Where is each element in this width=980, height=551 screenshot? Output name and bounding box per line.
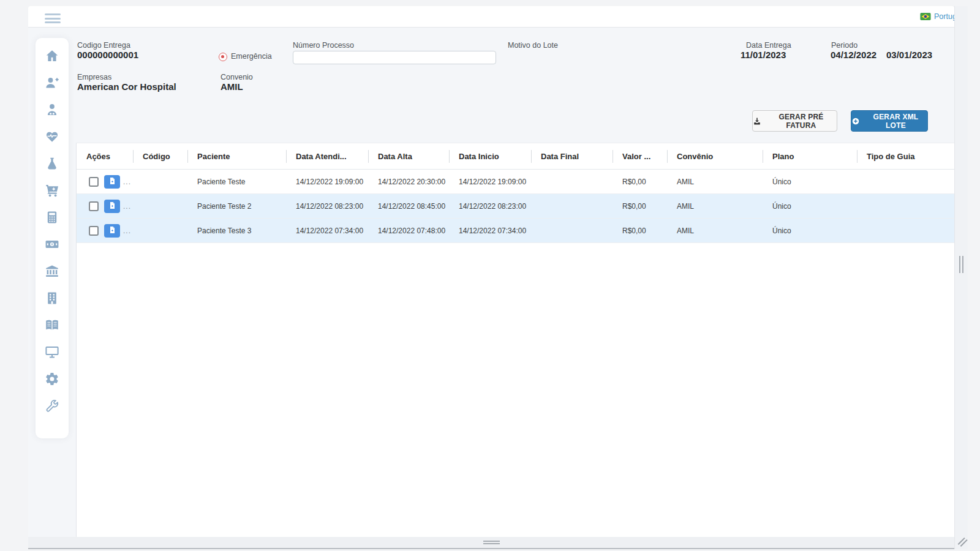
- cell-convenio: AMIL: [667, 194, 763, 218]
- sidebar-item-home[interactable]: [45, 48, 59, 63]
- cell-tipo-de-guia: [857, 170, 954, 193]
- column-header-data-atendi[interactable]: Data Atendi...: [286, 143, 368, 169]
- cell-tipo-de-guia: [857, 219, 954, 242]
- vertical-drag-handle-icon[interactable]: [959, 256, 963, 273]
- brazil-flag-icon: [920, 13, 931, 20]
- empresas-label: Empresas: [77, 73, 111, 81]
- gerar-pre-fatura-label: GERAR PRÉ FATURA: [766, 113, 837, 130]
- column-header-tipo-de-guia[interactable]: Tipo de Guia: [857, 143, 954, 169]
- column-header-código[interactable]: Código: [133, 143, 187, 169]
- cell-paciente: Paciente Teste 3: [187, 219, 286, 242]
- open-guia-button[interactable]: [104, 224, 120, 238]
- actions-overflow: ...: [123, 227, 131, 235]
- lote-guias-table: AçõesCódigoPacienteData Atendi...Data Al…: [76, 143, 954, 537]
- actions-overflow: ...: [123, 202, 131, 211]
- money-bill-icon: [45, 237, 59, 252]
- book-open-icon: [45, 318, 59, 332]
- cell-paciente: Paciente Teste: [187, 170, 286, 193]
- row-select-checkbox[interactable]: [89, 201, 99, 211]
- column-header-ações[interactable]: Ações: [77, 143, 133, 169]
- cell-plano: Único: [763, 219, 857, 242]
- table-row: ...Paciente Teste 214/12/2022 08:23:0014…: [77, 194, 954, 219]
- user-plus-icon: [45, 75, 59, 90]
- app-window: Português Codigo Entrega 000000000001 Em…: [28, 6, 968, 549]
- cell-tipo-de-guia: [857, 194, 954, 218]
- desktop-icon: [45, 345, 59, 359]
- file-plus-icon: [108, 201, 116, 212]
- cell-data-final: [531, 170, 612, 193]
- open-guia-button[interactable]: [104, 200, 120, 213]
- language-label: Português: [934, 12, 954, 21]
- horizontal-drag-handle-icon[interactable]: [483, 541, 500, 545]
- cell-data-inicio: 14/12/2022 08:23:00: [449, 194, 531, 218]
- row-select-checkbox[interactable]: [89, 226, 99, 236]
- cell-data-atendimento: 14/12/2022 08:23:00: [286, 194, 368, 218]
- column-header-valor[interactable]: Valor ...: [612, 143, 667, 169]
- home-icon: [45, 48, 59, 63]
- sidebar-item-tools[interactable]: [45, 399, 59, 413]
- cart-plus-icon: [45, 183, 59, 198]
- hamburger-menu-icon[interactable]: [45, 13, 61, 26]
- column-header-convênio[interactable]: Convênio: [667, 143, 763, 169]
- column-header-paciente[interactable]: Paciente: [187, 143, 286, 169]
- cell-codigo: [133, 219, 187, 242]
- cell-data-alta: 14/12/2022 20:30:00: [368, 170, 449, 193]
- sidebar-item-lab[interactable]: [45, 156, 59, 171]
- cell-data-atendimento: 14/12/2022 07:34:00: [286, 219, 368, 242]
- cell-acoes: ...: [77, 170, 133, 193]
- emergencia-radio[interactable]: [219, 53, 227, 61]
- file-plus-icon: [108, 225, 116, 236]
- convenio-label: Convenio: [221, 73, 253, 81]
- cell-plano: Único: [763, 170, 857, 193]
- sidebar-item-health[interactable]: [45, 129, 59, 144]
- column-header-data-alta[interactable]: Data Alta: [368, 143, 449, 169]
- cell-data-inicio: 14/12/2022 19:09:00: [449, 170, 531, 193]
- cell-plano: Único: [763, 194, 857, 218]
- codigo-entrega-label: Codigo Entrega: [77, 41, 130, 50]
- cell-data-atendimento: 14/12/2022 19:09:00: [286, 170, 368, 193]
- sidebar-item-add-user[interactable]: [45, 75, 59, 90]
- column-header-data-final[interactable]: Data Final: [531, 143, 612, 169]
- column-header-data-inicio[interactable]: Data Inicio: [449, 143, 531, 169]
- actions-overflow: ...: [123, 178, 131, 186]
- periodo-start-value: 04/12/2022: [831, 50, 876, 60]
- flask-icon: [45, 156, 59, 171]
- data-entrega-value: 11/01/2023: [741, 50, 786, 60]
- sidebar-item-finance[interactable]: [45, 237, 59, 252]
- download-icon: [753, 117, 761, 126]
- cell-codigo: [133, 170, 187, 193]
- codigo-entrega-value: 000000000001: [77, 50, 138, 60]
- corner-resize-handle-icon[interactable]: [957, 538, 967, 546]
- sidebar-item-purchases[interactable]: [45, 183, 59, 198]
- row-select-checkbox[interactable]: [89, 177, 99, 187]
- user-badge-icon: [45, 102, 59, 117]
- sidebar-item-monitor[interactable]: [45, 345, 59, 359]
- column-header-plano[interactable]: Plano: [763, 143, 857, 169]
- sidebar-item-settings[interactable]: [45, 372, 59, 386]
- cell-valor: R$0,00: [612, 170, 667, 193]
- sidebar-item-billing[interactable]: [45, 210, 59, 225]
- sidebar-item-bank[interactable]: [45, 264, 59, 279]
- table-row: ...Paciente Teste 314/12/2022 07:34:0014…: [77, 219, 954, 243]
- cell-data-final: [531, 219, 612, 242]
- motivo-do-lote-label: Motivo do Lote: [508, 41, 558, 50]
- table-header-row: AçõesCódigoPacienteData Atendi...Data Al…: [77, 143, 954, 170]
- gerar-pre-fatura-button[interactable]: GERAR PRÉ FATURA: [752, 110, 837, 132]
- language-selector[interactable]: Português: [920, 12, 954, 21]
- cell-paciente: Paciente Teste 2: [187, 194, 286, 218]
- topbar: Português: [28, 6, 954, 28]
- wrench-icon: [45, 399, 59, 413]
- emergencia-label: Emergência: [231, 52, 272, 61]
- cell-convenio: AMIL: [667, 170, 763, 193]
- numero-processo-label: Número Processo: [293, 41, 354, 50]
- open-guia-button[interactable]: [104, 175, 120, 189]
- numero-processo-input[interactable]: [293, 51, 496, 64]
- gerar-xml-lote-button[interactable]: GERAR XML LOTE: [851, 110, 928, 132]
- cell-convenio: AMIL: [667, 219, 763, 242]
- sidebar-item-hospital[interactable]: [45, 291, 59, 305]
- cell-acoes: ...: [77, 219, 133, 242]
- right-resize-gutter: [954, 6, 968, 549]
- sidebar-item-patient[interactable]: [45, 102, 59, 117]
- bank-icon: [45, 264, 59, 279]
- sidebar-item-reports[interactable]: [45, 318, 59, 332]
